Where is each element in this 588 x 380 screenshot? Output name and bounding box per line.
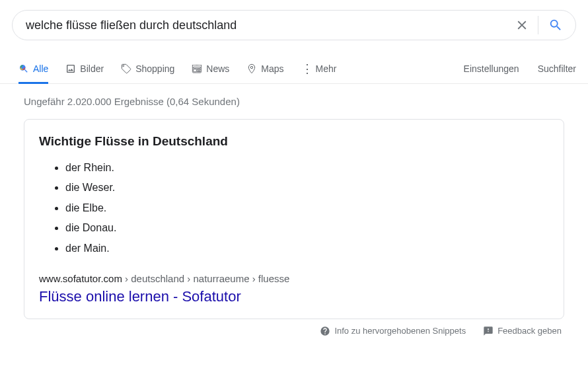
close-icon (515, 18, 529, 32)
list-item: der Main. (65, 239, 549, 258)
image-icon (65, 63, 76, 74)
result-title-link[interactable]: Flüsse online lernen - Sofatutor (39, 288, 549, 305)
site-domain: www.sofatutor.com (39, 273, 122, 284)
link-label: Feedback geben (497, 326, 562, 336)
result-source: www.sofatutor.com › deutschland › naturr… (39, 273, 549, 305)
tab-label: Shopping (135, 63, 174, 74)
tab-more[interactable]: ⋮ Mehr (301, 54, 337, 83)
tab-label: News (206, 63, 229, 74)
tab-all[interactable]: Alle (18, 54, 48, 83)
help-icon (320, 326, 330, 336)
snippet-info-link[interactable]: Info zu hervorgehobenen Snippets (320, 326, 466, 336)
site-path: › deutschland › naturraeume › fluesse (122, 273, 289, 284)
tab-label: Bilder (80, 63, 104, 74)
search-icon (18, 63, 29, 74)
snippet-footer: Info zu hervorgehobenen Snippets Feedbac… (0, 319, 588, 336)
tab-label: Maps (261, 63, 283, 74)
search-actions (509, 12, 570, 38)
tab-images[interactable]: Bilder (65, 54, 104, 83)
divider (538, 16, 538, 34)
clear-button[interactable] (509, 12, 535, 38)
search-icon (548, 18, 563, 32)
settings-link[interactable]: Einstellungen (464, 54, 519, 83)
featured-list: der Rhein. die Weser. die Elbe. die Dona… (39, 158, 549, 258)
list-item: der Rhein. (65, 158, 549, 178)
feedback-link[interactable]: Feedback geben (483, 326, 562, 336)
tab-news[interactable]: News (192, 54, 229, 83)
search-tabs: Alle Bilder Shopping News Maps ⋮ Mehr Ei… (0, 55, 588, 84)
search-button[interactable] (541, 12, 570, 38)
tabs-left: Alle Bilder Shopping News Maps ⋮ Mehr (18, 54, 336, 83)
result-stats: Ungefähr 2.020.000 Ergebnisse (0,64 Seku… (24, 96, 588, 107)
tabs-right: Einstellungen Suchfilter (464, 54, 576, 83)
link-label: Info zu hervorgehobenen Snippets (334, 326, 466, 336)
news-icon (192, 63, 202, 74)
list-item: die Elbe. (65, 198, 549, 218)
tab-maps[interactable]: Maps (246, 54, 283, 83)
list-item: die Weser. (65, 178, 549, 198)
featured-snippet: Wichtige Flüsse in Deutschland der Rhein… (24, 119, 564, 319)
featured-heading: Wichtige Flüsse in Deutschland (39, 134, 549, 149)
more-icon: ⋮ (301, 63, 312, 75)
tools-link[interactable]: Suchfilter (538, 54, 576, 83)
search-input[interactable] (26, 19, 509, 32)
tag-icon (121, 63, 131, 74)
tab-label: Mehr (316, 63, 337, 74)
search-bar (12, 10, 576, 40)
feedback-icon (483, 326, 494, 336)
pin-icon (246, 63, 257, 74)
tab-label: Alle (33, 63, 48, 74)
list-item: die Donau. (65, 218, 549, 238)
tab-shopping[interactable]: Shopping (121, 54, 174, 83)
breadcrumb[interactable]: www.sofatutor.com › deutschland › naturr… (39, 273, 549, 284)
